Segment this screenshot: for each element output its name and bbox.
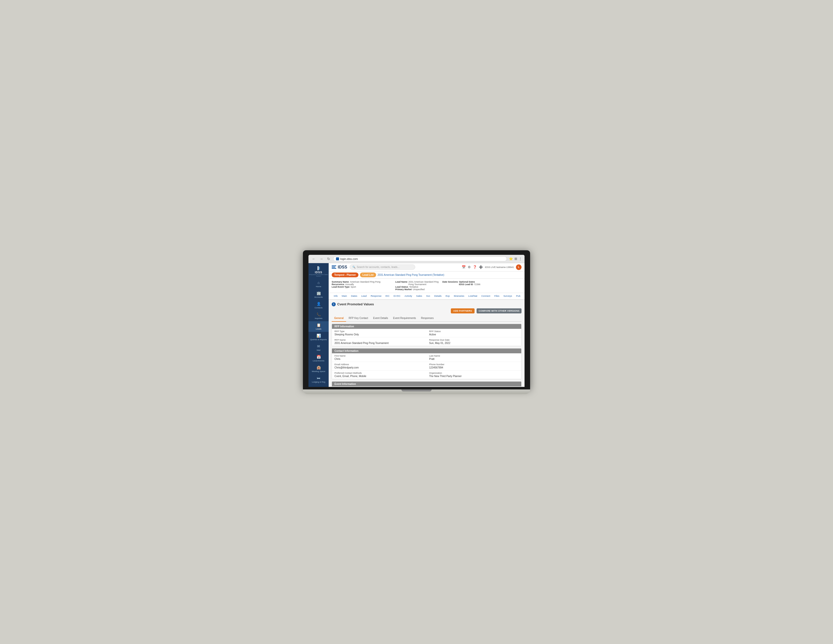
first-name-label: First Name — [334, 354, 424, 357]
cvent-header: i Cvent Promoted Values — [332, 302, 521, 306]
refresh-button[interactable]: ↻ — [326, 256, 331, 261]
sidebar-item-inquiries[interactable]: 📞 Inquiries — [309, 311, 329, 321]
sidebar-item-mail[interactable]: ✉ Mail — [309, 343, 329, 353]
extensions-button[interactable]: ⭐ — [509, 257, 513, 261]
tab-svc[interactable]: Svc — [424, 293, 432, 299]
back-button[interactable]: ← — [311, 256, 317, 261]
tab-details[interactable]: Details — [432, 293, 444, 299]
idss-lead-id-row: IDSS Lead ID 72396 — [459, 283, 521, 286]
tab-connect[interactable]: Connect — [479, 293, 492, 299]
date-sessions-label: Date Sessions — [442, 280, 458, 283]
email-field: Email Address Chris@thirdparty.com — [332, 362, 426, 370]
sub-tab-event-details[interactable]: Event Details — [371, 316, 391, 321]
accounts-icon: 🏢 — [317, 291, 321, 295]
preferred-contact-field: Preferred Contact Methods Cvent, Email, … — [332, 370, 426, 379]
phone-field: Phone Number 1234567894 — [426, 362, 521, 370]
laptop-container: ← → ↻ login.idss.com ⭐ ⊞ ⋮ — [303, 250, 530, 394]
screen-bezel: ← → ↻ login.idss.com ⭐ ⊞ ⋮ — [303, 250, 530, 390]
lead-name-label: Lead Name — [395, 280, 407, 283]
local-events-icon: 📅 — [317, 355, 321, 359]
tab-lost-nat[interactable]: Lost/Nat — [466, 293, 479, 299]
rfp-type-label: RFP Type — [334, 330, 424, 333]
sub-tab-rfp-key-contact[interactable]: RFP Key Contact — [346, 316, 371, 321]
breadcrumb-bar: Tempest - Planner Lead List 2031 America… — [329, 272, 524, 279]
breadcrumb-title-link[interactable]: 2031 American Standard Ping Pong Tournam… — [378, 274, 444, 276]
tab-lead[interactable]: Lead — [359, 293, 368, 299]
sidebar-item-attend[interactable]: 👥 Attend — [309, 385, 329, 387]
tab-di-eic[interactable]: Di EIC — [391, 293, 402, 299]
rfp-name-field: RFP Name 2031 American Standard Ping Pon… — [332, 337, 426, 346]
lead-name-row: Lead Name 2031 American Standard Ping Po… — [395, 280, 458, 286]
tab-pub[interactable]: Pub — [514, 293, 523, 299]
header-right-area: 📅 ⚙ ❓ ➕ IDSS LIVE lastname-138941 L — [462, 264, 521, 270]
sidebar-item-lodging[interactable]: 🛏 Lodging & Reg — [309, 374, 329, 385]
more-button[interactable]: ⋮ — [519, 257, 522, 261]
sidebar: IDSS Integrated Destination Sales System… — [309, 263, 329, 387]
sub-tab-navigation: General RFP Key Contact Event Details Ev… — [332, 316, 521, 322]
primary-market-value: Unspecified — [413, 288, 425, 291]
tab-eic[interactable]: EIC — [383, 293, 391, 299]
tab-dates[interactable]: Dates — [349, 293, 359, 299]
sidebar-item-meeting-space[interactable]: 🏨 Meeting Space — [309, 364, 329, 374]
org-label: Organization — [429, 372, 519, 374]
address-bar[interactable]: login.idss.com — [333, 256, 507, 261]
idss-lead-id-value: 72396 — [474, 283, 480, 286]
tab-sales[interactable]: Sales — [414, 293, 425, 299]
forward-button[interactable]: → — [318, 256, 324, 261]
compare-versions-button[interactable]: COMPARE WITH OTHER VERSIONS — [477, 308, 521, 313]
sub-tab-event-requirements[interactable]: Event Requirements — [391, 316, 418, 321]
rfp-status-value: Active — [429, 333, 519, 336]
add-button[interactable]: ➕ — [479, 265, 483, 269]
breadcrumb-lead-list-button[interactable]: Lead List — [360, 272, 376, 277]
inquiries-icon: 📞 — [317, 312, 321, 316]
optional-dates-label: Optional Dates — [459, 280, 475, 283]
tab-itineraries[interactable]: Itineraries — [452, 293, 466, 299]
laptop-base — [303, 390, 530, 394]
sidebar-item-accounts[interactable]: 🏢 Accounts — [309, 290, 329, 300]
rfp-type-field: RFP Type Sleeping Rooms Only — [332, 329, 426, 337]
settings-button[interactable]: ⚙ — [468, 265, 471, 269]
browser-action-icons: ⭐ ⊞ ⋮ — [509, 257, 522, 261]
user-avatar[interactable]: L — [516, 264, 521, 270]
lead-status-value: Tentative — [409, 286, 418, 288]
app-header: IDSS 🔍 Search for accounts, contacts, le… — [329, 263, 524, 272]
breadcrumb-planner-button[interactable]: Tempest - Planner — [332, 272, 359, 277]
rfp-type-value: Sleeping Rooms Only — [334, 333, 424, 336]
tab-info[interactable]: Info — [332, 293, 340, 299]
tab-activity[interactable]: Activity — [403, 293, 414, 299]
last-name-label: Last Name — [429, 354, 519, 357]
live-text: IDSS LIVE lastname-138941 — [485, 266, 514, 269]
rfp-section-header: RFP Information — [332, 324, 521, 329]
sidebar-item-contacts[interactable]: 👤 Contacts — [309, 300, 329, 311]
help-button[interactable]: ❓ — [473, 265, 477, 269]
event-dates-field: Event Dates Thu, May 01, 2031 - Fri, May… — [332, 386, 426, 387]
add-partners-button[interactable]: ADD PARTNERS — [451, 308, 474, 313]
sub-tab-responses[interactable]: Responses — [418, 316, 436, 321]
sub-tab-general[interactable]: General — [332, 316, 346, 322]
sidebar-item-leads[interactable]: 📋 Leads — [309, 321, 329, 332]
primary-market-row: Primary Market Unspecified — [395, 288, 458, 291]
browser-chrome: ← → ↻ login.idss.com ⭐ ⊞ ⋮ — [309, 255, 524, 263]
menu-button[interactable]: ⊞ — [515, 257, 517, 261]
sidebar-item-local-events[interactable]: 📅 Local Events — [309, 353, 329, 364]
preferred-contact-value: Cvent, Email, Phone, Mobile — [334, 375, 424, 378]
tab-main[interactable]: Main — [340, 293, 349, 299]
dates-flexible-field: Dates Flexible No — [426, 386, 521, 387]
sidebar-item-queries-reports[interactable]: 📊 Queries & Reports — [309, 332, 329, 343]
lead-event-type-value: Sport — [351, 286, 356, 288]
sidebar-item-home[interactable]: ⌂ Home — [309, 279, 329, 290]
tab-surveys[interactable]: Surveys — [501, 293, 514, 299]
sidebar-label-contacts: Contacts — [315, 307, 323, 309]
tab-files[interactable]: Files — [492, 293, 501, 299]
header-search-bar[interactable]: 🔍 Search for accounts, contacts, leads..… — [350, 264, 415, 270]
favicon — [336, 258, 339, 260]
idss-logo-text: IDSS — [338, 265, 347, 269]
calendar-button[interactable]: 📅 — [462, 265, 466, 269]
content-area: i Cvent Promoted Values ADD PARTNERS COM… — [329, 300, 524, 387]
search-icon: 🔍 — [352, 266, 355, 269]
tab-response[interactable]: Response — [368, 293, 383, 299]
tab-cvent[interactable]: Cvent — [522, 293, 524, 300]
url-text: login.idss.com — [340, 258, 358, 260]
tab-exp[interactable]: Exp — [444, 293, 452, 299]
optional-dates-row: Optional Dates — [459, 280, 521, 283]
